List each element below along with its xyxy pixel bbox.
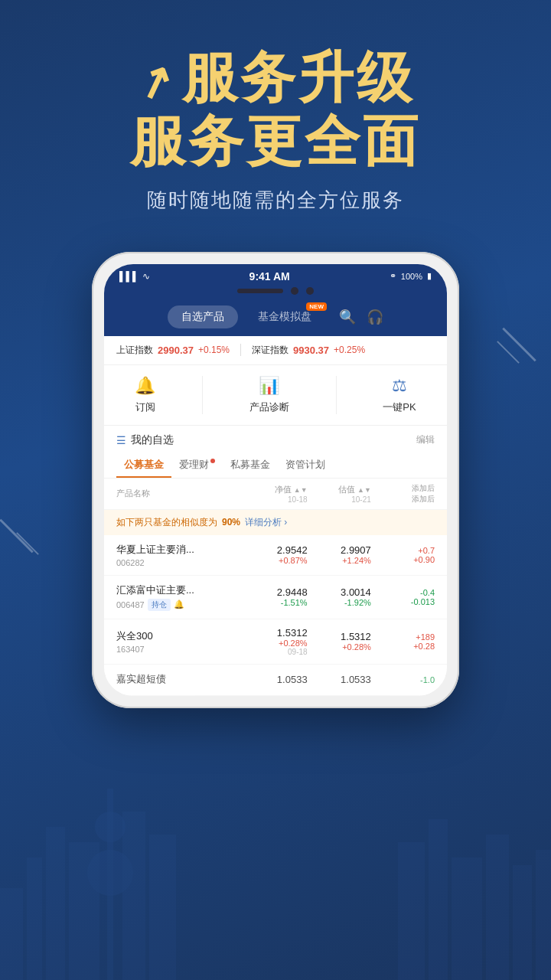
watchlist-edit[interactable]: 编辑 xyxy=(416,433,435,446)
watchlist-icon: ☰ xyxy=(116,434,126,446)
pk-icon: ⚖ xyxy=(392,376,407,396)
fund2-code: 006487 持仓 🔔 xyxy=(116,599,243,611)
phone-outer: ▌▌▌ ∿ 9:41 AM ⚭ 100% ▮ 自选产品 xyxy=(92,252,459,708)
fund3-info: 兴全300 163407 xyxy=(116,629,243,654)
fund1-est-change: +1.24% xyxy=(308,556,371,565)
sz-index: 深证指数 9930.37 +0.25% xyxy=(252,344,365,357)
qa-pk[interactable]: ⚖ 一键PK xyxy=(383,376,416,414)
search-icon[interactable]: 🔍 xyxy=(339,309,356,325)
fund3-nav: 1.5312 +0.28% 09-18 xyxy=(243,627,307,656)
battery-label: 100% xyxy=(401,272,422,281)
fund2-bell: 🔔 xyxy=(174,599,184,609)
tab-jijin[interactable]: 基金模拟盘 NEW xyxy=(244,305,325,328)
sz-name: 深证指数 xyxy=(252,344,289,357)
cat-aili[interactable]: 爱理财 xyxy=(171,452,223,478)
fund2-nav-val: 2.9448 xyxy=(243,586,307,598)
fund-row-3[interactable]: 兴全300 163407 1.5312 +0.28% 09-18 1.5312 … xyxy=(104,619,447,665)
hero-title-line1: ↗服务升级 xyxy=(46,46,505,109)
sh-name: 上证指数 xyxy=(116,344,153,357)
fund4-info: 嘉实超短债 xyxy=(116,672,243,688)
svg-rect-0 xyxy=(0,888,23,980)
fund1-nav-val: 2.9542 xyxy=(243,544,307,556)
svg-rect-3 xyxy=(69,842,99,980)
fund4-name: 嘉实超短债 xyxy=(116,672,243,686)
table-header: 产品名称 净值 ▲▼ 10-18 估值 ▲▼ 10-21 添加后添加后 xyxy=(104,479,447,510)
cat-simu[interactable]: 私募基金 xyxy=(223,452,278,478)
fund3-code: 163407 xyxy=(116,645,243,654)
svg-rect-10 xyxy=(429,819,448,980)
tab-zixuan[interactable]: 自选产品 xyxy=(168,305,238,328)
fund1-code: 006282 xyxy=(116,558,243,567)
subscribe-label: 订阅 xyxy=(135,400,155,414)
new-badge: NEW xyxy=(306,302,327,311)
quick-actions: 🔔 订阅 📊 产品诊断 ⚖ 一键PK xyxy=(104,365,447,426)
svg-rect-7 xyxy=(122,812,145,980)
fund3-nav-date: 09-18 xyxy=(243,648,307,656)
nav-tabs[interactable]: 自选产品 基金模拟盘 NEW 🔍 🎧 xyxy=(104,301,447,336)
status-bar: ▌▌▌ ∿ 9:41 AM ⚭ 100% ▮ xyxy=(104,264,447,287)
svg-rect-4 xyxy=(107,789,113,980)
svg-rect-13 xyxy=(513,865,532,980)
fund2-add: -0.4-0.013 xyxy=(371,588,435,606)
market-ticker: 上证指数 2990.37 +0.15% 深证指数 9930.37 +0.25% xyxy=(104,336,447,365)
headset-icon[interactable]: 🎧 xyxy=(367,309,383,325)
fund4-add: -1.0 xyxy=(371,675,435,684)
fund4-nav-val: 1.0533 xyxy=(243,674,307,685)
svg-rect-11 xyxy=(452,858,482,980)
svg-rect-9 xyxy=(398,842,425,980)
cat-ziguan[interactable]: 资管计划 xyxy=(278,452,333,478)
sh-change: +0.15% xyxy=(198,345,230,355)
fund3-est: 1.5312 +0.28% xyxy=(308,631,371,652)
fund1-nav-change: +0.87% xyxy=(243,556,307,565)
fund2-nav: 2.9448 -1.51% xyxy=(243,586,307,607)
hero-icon: ↗ xyxy=(129,52,183,112)
fund2-est-change: -1.92% xyxy=(308,598,371,607)
battery-area: ⚭ 100% ▮ xyxy=(390,271,432,281)
camera-dot xyxy=(291,287,298,295)
fund1-est: 2.9907 +1.24% xyxy=(308,544,371,565)
fund3-name: 兴全300 xyxy=(116,629,243,643)
fund2-tag: 持仓 xyxy=(148,599,171,611)
fund-row-1[interactable]: 华夏上证主要消... 006282 2.9542 +0.87% 2.9907 +… xyxy=(104,535,447,576)
signal-icon: ▌▌▌ xyxy=(119,271,139,282)
fund-row-2[interactable]: 汇添富中证主要... 006487 持仓 🔔 2.9448 -1.51% 3.0… xyxy=(104,576,447,619)
sim-link[interactable]: 详细分析 › xyxy=(245,516,287,529)
svg-rect-1 xyxy=(27,858,42,980)
sim-prefix: 如下两只基金的相似度为 xyxy=(116,516,217,529)
qa-diagnose[interactable]: 📊 产品诊断 xyxy=(249,376,289,414)
th-nav: 净值 ▲▼ 10-18 xyxy=(243,484,307,504)
bluetooth-icon: ⚭ xyxy=(390,271,396,281)
hero-section: ↗服务升级 服务更全面 随时随地随需的全方位服务 xyxy=(0,0,551,214)
fund3-est-val: 1.5312 xyxy=(308,631,371,642)
fund4-est-val: 1.0533 xyxy=(308,674,371,685)
subscribe-icon: 🔔 xyxy=(135,376,155,396)
wifi-icon: ∿ xyxy=(142,271,150,282)
fund3-est-change: +0.28% xyxy=(308,642,371,652)
qa-subscribe[interactable]: 🔔 订阅 xyxy=(135,376,155,414)
category-tabs: 公募基金 爱理财 私募基金 资管计划 xyxy=(104,452,447,479)
sh-index: 上证指数 2990.37 +0.15% xyxy=(116,344,230,357)
fund1-name: 华夏上证主要消... xyxy=(116,543,243,557)
diagnose-label: 产品诊断 xyxy=(249,400,289,414)
pk-label: 一键PK xyxy=(383,400,416,414)
hero-subtitle: 随时随地随需的全方位服务 xyxy=(46,187,505,214)
aili-dot xyxy=(210,459,215,463)
signal-area: ▌▌▌ ∿ xyxy=(119,271,150,282)
diagnose-icon: 📊 xyxy=(259,376,279,396)
qa-divider1 xyxy=(202,376,203,414)
market-divider xyxy=(240,344,241,356)
fund1-nav: 2.9542 +0.87% xyxy=(243,544,307,565)
sz-value: 9930.37 xyxy=(293,345,329,356)
battery-icon: ▮ xyxy=(427,271,432,281)
cat-gongmu[interactable]: 公募基金 xyxy=(116,452,171,478)
speaker-bar xyxy=(237,289,283,293)
svg-rect-2 xyxy=(46,827,65,980)
th-product-name: 产品名称 xyxy=(116,488,243,499)
fund2-nav-change: -1.51% xyxy=(243,598,307,607)
fund2-name: 汇添富中证主要... xyxy=(116,583,243,597)
svg-rect-14 xyxy=(536,850,551,980)
camera-dot2 xyxy=(306,287,314,295)
fund2-est-val: 3.0014 xyxy=(308,586,371,598)
fund4-est: 1.0533 xyxy=(308,674,371,685)
fund-row-4[interactable]: 嘉实超短债 1.0533 1.0533 -1.0 xyxy=(104,665,447,696)
